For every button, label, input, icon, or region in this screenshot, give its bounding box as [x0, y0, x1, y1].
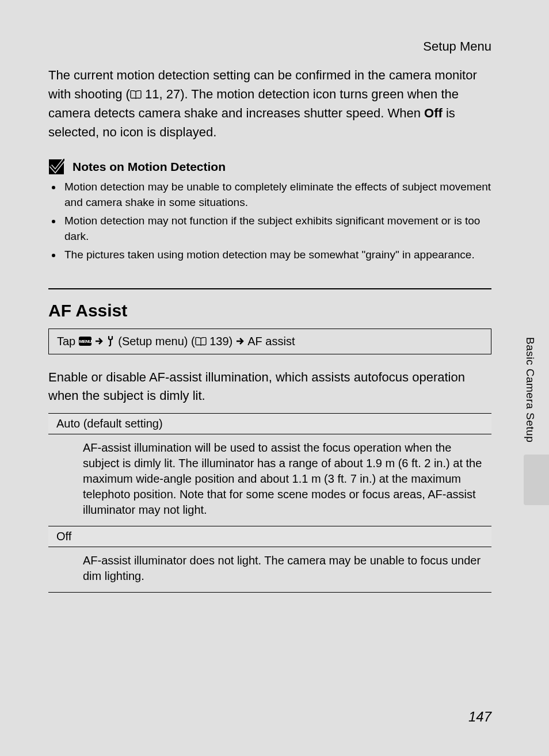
option-auto-body: AF-assist illumination will be used to a… [48, 434, 491, 526]
breadcrumb: Setup Menu [423, 39, 491, 54]
book-icon [195, 337, 207, 346]
nav-setup-label: (Setup menu) ( 139) [118, 335, 232, 348]
checkbox-checked-icon [48, 159, 64, 175]
notes-block: Notes on Motion Detection Motion detecti… [48, 159, 491, 263]
nav-tap-label: Tap [57, 335, 75, 348]
wrench-icon [106, 336, 115, 346]
nav-tail-label: AF assist [247, 335, 295, 348]
arrow-right-icon [236, 337, 244, 345]
list-item: Motion detection may be unable to comple… [62, 180, 491, 210]
option-off-header: Off [48, 526, 491, 547]
page: Setup Menu The current motion detection … [0, 0, 549, 756]
list-item: Motion detection may not function if the… [62, 213, 491, 244]
intro-off-word: Off [424, 106, 443, 120]
section-divider [48, 288, 491, 289]
menu-badge-icon: MENU [79, 337, 92, 346]
notes-list: Motion detection may be unable to comple… [48, 180, 491, 263]
page-header: Setup Menu [0, 0, 549, 66]
option-auto-header: Auto (default setting) [48, 413, 491, 434]
intro-paragraph: The current motion detection setting can… [48, 66, 491, 142]
book-icon [130, 90, 142, 99]
page-number: 147 [468, 709, 491, 725]
notes-title: Notes on Motion Detection [73, 160, 226, 174]
list-item: The pictures taken using motion detectio… [62, 247, 491, 263]
af-description: Enable or disable AF-assist illumination… [48, 368, 491, 405]
page-content: The current motion detection setting can… [0, 66, 549, 593]
side-tab-label: Basic Camera Setup [524, 337, 536, 442]
notes-header: Notes on Motion Detection [48, 159, 491, 175]
options-table: Auto (default setting) AF-assist illumin… [48, 413, 491, 593]
side-thumb-tab [524, 455, 549, 505]
af-assist-heading: AF Assist [48, 301, 491, 320]
option-off-body: AF-assist illuminator does not light. Th… [48, 547, 491, 593]
navigation-path-box: Tap MENU (Setup menu) ( 139) AF assist [48, 329, 491, 354]
arrow-right-icon [95, 337, 103, 345]
